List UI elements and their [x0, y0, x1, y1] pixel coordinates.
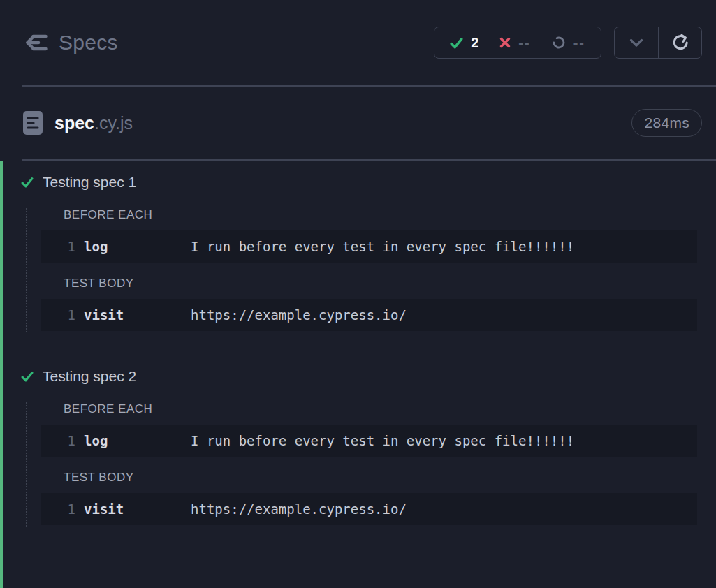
command-number: 1	[41, 307, 75, 323]
test-results: Testing spec 1 BEFORE EACH 1 log I run b…	[0, 161, 716, 588]
pending-circle-icon	[552, 36, 566, 50]
spec-name-extension: .cy.js	[94, 113, 133, 133]
command-message: I run before every test in every spec fi…	[191, 433, 574, 448]
command-number: 1	[41, 239, 75, 254]
failed-count: --	[518, 35, 530, 51]
hook-label: BEFORE EACH	[64, 402, 716, 416]
collapse-all-button[interactable]	[615, 27, 658, 58]
command-method: visit	[84, 307, 184, 323]
pending-count: --	[573, 35, 585, 51]
passed-count: 2	[471, 35, 478, 51]
test-passed-check-icon	[21, 371, 34, 382]
failed-x-icon	[499, 37, 511, 48]
test-header[interactable]: Testing spec 2	[3, 366, 716, 387]
spec-file-name[interactable]: spec.cy.js	[54, 113, 620, 133]
command-row[interactable]: 1 log I run before every test in every s…	[41, 425, 697, 457]
hook-label: BEFORE EACH	[64, 208, 716, 222]
test-title: Testing spec 1	[43, 174, 136, 191]
hook-label: TEST BODY	[64, 277, 716, 291]
command-number: 1	[41, 501, 75, 517]
hook-label: TEST BODY	[64, 471, 716, 485]
rerun-button[interactable]	[658, 27, 701, 58]
page-title: Specs	[59, 31, 118, 54]
command-row[interactable]: 1 log I run before every test in every s…	[41, 230, 697, 263]
test-item: Testing spec 1 BEFORE EACH 1 log I run b…	[3, 172, 716, 332]
spec-name-primary: spec	[54, 113, 94, 133]
command-method: log	[84, 239, 184, 254]
command-number: 1	[41, 433, 75, 448]
chevron-down-icon	[629, 38, 643, 47]
command-message: https://example.cypress.io/	[191, 501, 407, 517]
command-row[interactable]: 1 visit https://example.cypress.io/	[41, 493, 697, 525]
command-message: https://example.cypress.io/	[191, 307, 407, 323]
command-message: I run before every test in every spec fi…	[191, 239, 574, 254]
test-header[interactable]: Testing spec 1	[3, 172, 716, 193]
test-title: Testing spec 2	[43, 368, 136, 385]
test-passed-check-icon	[21, 177, 34, 188]
command-method: visit	[84, 501, 184, 517]
test-item: Testing spec 2 BEFORE EACH 1 log I run b…	[3, 366, 716, 527]
passed-check-icon	[450, 37, 463, 49]
command-row[interactable]: 1 visit https://example.cypress.io/	[41, 299, 697, 331]
run-stats[interactable]: 2 -- --	[434, 27, 601, 59]
refresh-icon	[671, 34, 689, 52]
spec-header: spec.cy.js 284ms	[0, 87, 716, 159]
reporter-header: Specs 2 -- --	[0, 0, 716, 85]
collapse-left-arrow-icon	[24, 32, 49, 53]
command-method: log	[84, 433, 184, 448]
test-command-log: BEFORE EACH 1 log I run before every tes…	[26, 402, 716, 527]
spec-file-icon	[22, 110, 43, 136]
test-command-log: BEFORE EACH 1 log I run before every tes…	[26, 208, 716, 332]
spec-duration-badge: 284ms	[631, 109, 702, 137]
collapse-sidebar-button[interactable]	[22, 31, 50, 54]
reporter-controls	[614, 27, 702, 59]
